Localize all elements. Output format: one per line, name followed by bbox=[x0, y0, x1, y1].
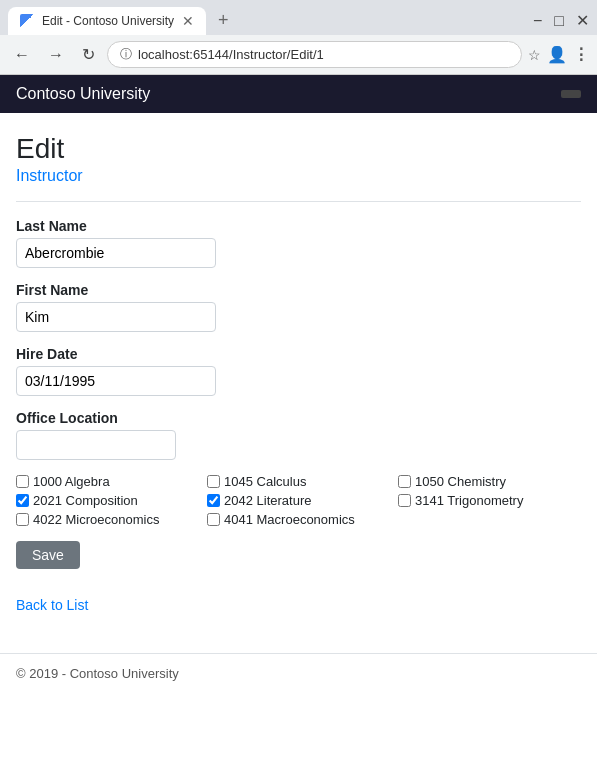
menu-icon[interactable]: ⋮ bbox=[573, 45, 589, 64]
footer: © 2019 - Contoso University bbox=[0, 653, 597, 693]
course-label-1050: 1050 Chemistry bbox=[415, 474, 506, 489]
save-button[interactable]: Save bbox=[16, 541, 80, 569]
course-label-3141: 3141 Trigonometry bbox=[415, 493, 523, 508]
browser-titlebar: Edit - Contoso University ✕ + − □ ✕ bbox=[0, 0, 597, 35]
back-to-list-link[interactable]: Back to List bbox=[16, 597, 581, 613]
course-label-1000: 1000 Algebra bbox=[33, 474, 110, 489]
app-navbar: Contoso University bbox=[0, 75, 597, 113]
url-display: localhost:65144/Instructor/Edit/1 bbox=[138, 47, 509, 62]
nav-button[interactable] bbox=[561, 90, 581, 98]
reload-button[interactable]: ↻ bbox=[76, 43, 101, 66]
address-bar[interactable]: ⓘ localhost:65144/Instructor/Edit/1 bbox=[107, 41, 522, 68]
course-item: 2021 Composition bbox=[16, 493, 199, 508]
last-name-group: Last Name bbox=[16, 218, 581, 268]
courses-grid: 1000 Algebra1045 Calculus1050 Chemistry2… bbox=[16, 474, 581, 527]
tab-close-icon[interactable]: ✕ bbox=[182, 13, 194, 29]
last-name-label: Last Name bbox=[16, 218, 581, 234]
hire-date-input[interactable] bbox=[16, 366, 216, 396]
course-item: 1050 Chemistry bbox=[398, 474, 581, 489]
course-item: 3141 Trigonometry bbox=[398, 493, 581, 508]
course-checkbox-4041[interactable] bbox=[207, 513, 220, 526]
tab-title: Edit - Contoso University bbox=[42, 14, 174, 28]
browser-toolbar: ← → ↻ ⓘ localhost:65144/Instructor/Edit/… bbox=[0, 35, 597, 74]
profile-icon[interactable]: 👤 bbox=[547, 45, 567, 64]
main-content: Edit Instructor Last Name First Name Hir… bbox=[0, 113, 597, 653]
office-location-label: Office Location bbox=[16, 410, 581, 426]
course-label-1045: 1045 Calculus bbox=[224, 474, 306, 489]
forward-button[interactable]: → bbox=[42, 44, 70, 66]
course-label-4022: 4022 Microeconomics bbox=[33, 512, 159, 527]
window-controls: − □ ✕ bbox=[533, 11, 589, 30]
office-location-input[interactable] bbox=[16, 430, 176, 460]
tab-favicon bbox=[20, 14, 34, 28]
course-checkbox-1000[interactable] bbox=[16, 475, 29, 488]
course-checkbox-4022[interactable] bbox=[16, 513, 29, 526]
maximize-icon[interactable]: □ bbox=[554, 12, 564, 30]
page-subtitle: Instructor bbox=[16, 167, 581, 185]
last-name-input[interactable] bbox=[16, 238, 216, 268]
page-title: Edit bbox=[16, 133, 581, 165]
course-item: 1000 Algebra bbox=[16, 474, 199, 489]
new-tab-button[interactable]: + bbox=[210, 6, 237, 35]
course-checkbox-1045[interactable] bbox=[207, 475, 220, 488]
app-title: Contoso University bbox=[16, 85, 150, 103]
back-button[interactable]: ← bbox=[8, 44, 36, 66]
office-location-group: Office Location bbox=[16, 410, 581, 460]
course-label-4041: 4041 Macroeconomics bbox=[224, 512, 355, 527]
course-checkbox-2021[interactable] bbox=[16, 494, 29, 507]
footer-text: © 2019 - Contoso University bbox=[16, 666, 179, 681]
first-name-label: First Name bbox=[16, 282, 581, 298]
course-checkbox-3141[interactable] bbox=[398, 494, 411, 507]
course-label-2021: 2021 Composition bbox=[33, 493, 138, 508]
course-checkbox-1050[interactable] bbox=[398, 475, 411, 488]
first-name-input[interactable] bbox=[16, 302, 216, 332]
divider bbox=[16, 201, 581, 202]
browser-chrome: Edit - Contoso University ✕ + − □ ✕ ← → … bbox=[0, 0, 597, 75]
close-icon[interactable]: ✕ bbox=[576, 11, 589, 30]
bookmark-icon[interactable]: ☆ bbox=[528, 47, 541, 63]
course-label-2042: 2042 Literature bbox=[224, 493, 311, 508]
course-checkbox-2042[interactable] bbox=[207, 494, 220, 507]
lock-icon: ⓘ bbox=[120, 46, 132, 63]
course-item: 4041 Macroeconomics bbox=[207, 512, 390, 527]
browser-tab[interactable]: Edit - Contoso University ✕ bbox=[8, 7, 206, 35]
course-item: 2042 Literature bbox=[207, 493, 390, 508]
hire-date-group: Hire Date bbox=[16, 346, 581, 396]
course-item: 1045 Calculus bbox=[207, 474, 390, 489]
hire-date-label: Hire Date bbox=[16, 346, 581, 362]
course-item: 4022 Microeconomics bbox=[16, 512, 199, 527]
first-name-group: First Name bbox=[16, 282, 581, 332]
minimize-icon[interactable]: − bbox=[533, 12, 542, 30]
